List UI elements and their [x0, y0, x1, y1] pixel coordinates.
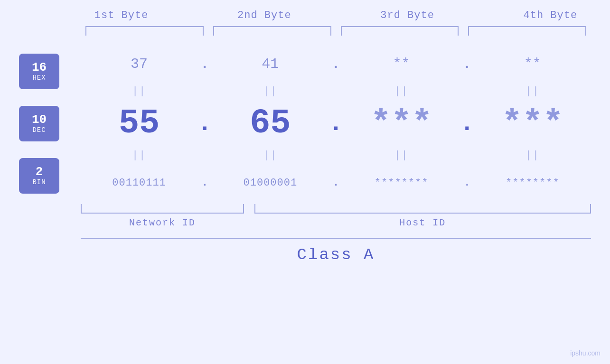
dec-badge-num: 10 [32, 113, 47, 127]
sep2-b2: || [212, 149, 328, 161]
bin-b1: 00110111 [112, 177, 166, 189]
top-brackets [81, 26, 591, 36]
dec-b1-cell: 55 [81, 104, 197, 143]
bin-badge-num: 2 [36, 165, 43, 179]
bin-row: 00110111 . 01000001 . ******** . [81, 164, 591, 202]
byte-header-1: 1st Byte [50, 9, 193, 21]
watermark: ipshu.com [570, 349, 601, 357]
hex-b3: ** [393, 56, 410, 72]
host-id-bracket [254, 204, 591, 214]
bin-b4: ******** [506, 177, 560, 189]
bracket-1 [85, 26, 204, 36]
sep1-b4: || [474, 85, 591, 97]
dec-dot1: . [197, 110, 212, 137]
network-id-label: Network ID [81, 217, 244, 228]
hex-dot1: . [197, 57, 212, 72]
hex-b1: 37 [131, 56, 148, 72]
byte-header-2: 2nd Byte [193, 9, 336, 21]
dec-row: 55 . 65 . *** . *** [81, 100, 591, 147]
bin-badge: 2 BIN [19, 158, 59, 194]
dec-dot3: . [460, 110, 474, 137]
byte-header-4: 4th Byte [479, 9, 610, 21]
bin-b1-cell: 00110111 [81, 177, 197, 189]
hex-badge-label: HEX [32, 74, 46, 82]
sep2-b3: || [343, 149, 460, 161]
byte-header-3: 3rd Byte [336, 9, 479, 21]
dec-b4: *** [502, 104, 563, 143]
dec-b1: 55 [119, 104, 160, 143]
bin-badge-label: BIN [32, 178, 46, 186]
network-id-bracket [81, 204, 244, 214]
dec-b2: 65 [250, 104, 291, 143]
bottom-labels: Network ID Host ID [81, 217, 591, 228]
hex-b3-cell: ** [343, 56, 460, 72]
class-row: Class A [81, 238, 591, 264]
content-area: 16 HEX 10 DEC 2 BIN 37 . [19, 45, 591, 202]
hex-dot2: . [329, 57, 343, 72]
badges-column: 16 HEX 10 DEC 2 BIN [19, 45, 81, 202]
hex-b4-cell: ** [474, 56, 591, 72]
bin-b4-cell: ******** [474, 177, 591, 189]
bin-b3-cell: ******** [343, 177, 460, 189]
hex-b2: 41 [262, 56, 279, 72]
hex-row: 37 . 41 . ** . ** [81, 45, 591, 83]
bottom-brackets [81, 204, 591, 214]
hex-b4: ** [524, 56, 541, 72]
dec-badge-label: DEC [32, 126, 46, 134]
byte-headers: 1st Byte 2nd Byte 3rd Byte 4th Byte [50, 9, 610, 21]
main-container: 1st Byte 2nd Byte 3rd Byte 4th Byte 16 H… [0, 0, 610, 364]
sep2-b4: || [474, 149, 591, 161]
dec-b2-cell: 65 [212, 104, 328, 143]
bin-dot1: . [197, 177, 212, 189]
class-label: Class A [297, 246, 375, 264]
bracket-3 [341, 26, 459, 36]
bracket-2 [213, 26, 331, 36]
bottom-area: Network ID Host ID [81, 204, 591, 228]
dec-b3: *** [371, 104, 432, 143]
sep-row-1: || || || || [81, 83, 591, 100]
sep-row-2: || || || || [81, 147, 591, 164]
sep2-b1: || [81, 149, 197, 161]
bin-b2-cell: 01000001 [212, 177, 328, 189]
hex-badge-num: 16 [32, 61, 47, 75]
host-id-label: Host ID [254, 217, 591, 228]
dec-b4-cell: *** [474, 104, 591, 143]
sep1-b1: || [81, 85, 197, 97]
sep1-b3: || [343, 85, 460, 97]
values-grid: 37 . 41 . ** . ** [81, 45, 591, 202]
sep1-b2: || [212, 85, 328, 97]
hex-badge: 16 HEX [19, 54, 59, 89]
hex-dot3: . [460, 57, 474, 72]
bin-b2: 01000001 [244, 177, 298, 189]
dec-dot2: . [329, 110, 343, 137]
bin-dot2: . [329, 177, 343, 189]
bin-dot3: . [460, 177, 474, 189]
dec-badge: 10 DEC [19, 106, 59, 141]
bracket-4 [468, 26, 586, 36]
hex-b1-cell: 37 [81, 56, 197, 72]
hex-b2-cell: 41 [212, 56, 328, 72]
dec-b3-cell: *** [343, 104, 460, 143]
bin-b3: ******** [375, 177, 429, 189]
